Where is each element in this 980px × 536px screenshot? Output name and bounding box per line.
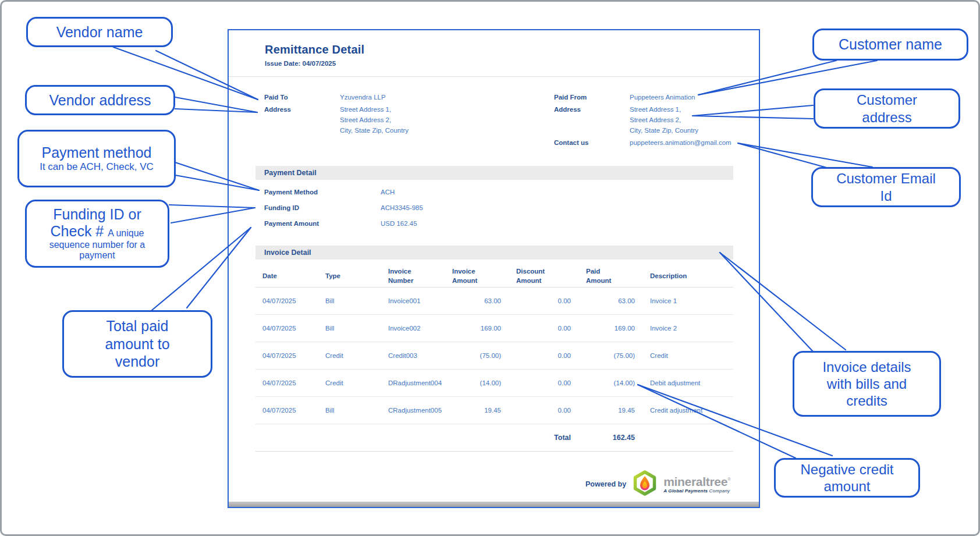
powered-by-label: Powered by (585, 480, 626, 488)
invoice-table-cell: DRadjustment004 (381, 379, 445, 386)
invoice-table-cell: 169.00 (579, 325, 643, 332)
annotated-remittance-screenshot: Remittance Detail Issue Date: 04/07/2025… (0, 0, 980, 536)
page-bottom-edge (229, 502, 759, 507)
invoice-table-cell: 04/07/2025 (255, 297, 318, 304)
invoice-table-cell: 0.00 (509, 352, 579, 359)
callout-payment-method: Payment method It can be ACH, Check, VC (17, 130, 176, 187)
header-divider (229, 76, 759, 77)
total-label: Total (509, 434, 579, 442)
invoice-total-row: Total 162.45 (255, 424, 733, 452)
vendor-address-value: Street Address 1, Street Address 2, City… (340, 104, 409, 136)
invoice-table-cell: 63.00 (445, 297, 509, 304)
payment-detail-section-header: Payment Detail (255, 166, 733, 180)
invoice-table-cell: 0.00 (509, 325, 579, 332)
callout-vendor-address: Vendor address (25, 85, 175, 115)
invoice-table-header: DateTypeInvoiceNumberInvoiceAmountDiscou… (255, 264, 733, 287)
invoice-table-cell: 04/07/2025 (255, 352, 318, 359)
invoice-table-cell: 04/07/2025 (255, 325, 318, 332)
invoice-table-cell: (14.00) (579, 379, 643, 386)
invoice-table-row: 04/07/2025BillCRadjustment00519.450.0019… (255, 397, 733, 424)
column-header: InvoiceNumber (381, 267, 445, 285)
invoice-table-cell: Credit (318, 352, 381, 359)
invoice-table-body: 04/07/2025BillInvoice00163.000.0063.00In… (255, 287, 733, 424)
invoice-table-cell: 0.00 (509, 297, 579, 304)
payment-detail-rows: Payment Method ACH Funding ID ACH3345-98… (264, 187, 423, 234)
payment-amount-row: Payment Amount USD 162.45 (264, 218, 423, 229)
callout-vendor-name: Vendor name (26, 17, 173, 47)
invoice-table-cell: 19.45 (579, 407, 643, 414)
callout-customer-address: Customer address (814, 88, 960, 129)
paid-to-block: Paid To Yzuvendra LLP Address Street Add… (264, 92, 509, 137)
mineraltree-wordmark: mineraltree® A Global Payments Company (663, 475, 731, 494)
invoice-table-cell: Bill (318, 297, 381, 304)
customer-address-label: Address (554, 104, 630, 136)
callout-total-paid-amount: Total paid amount to vendor (62, 310, 212, 378)
callout-customer-name: Customer name (812, 29, 968, 61)
vendor-address-label: Address (264, 104, 340, 136)
column-header: DiscountAmount (509, 267, 579, 285)
contact-us-label: Contact us (554, 137, 630, 148)
paid-to-label: Paid To (264, 92, 340, 102)
invoice-table-cell: Credit adjustment (643, 407, 733, 414)
column-header: Date (255, 271, 318, 281)
invoice-table-row: 04/07/2025CreditDRadjustment004(14.00)0.… (255, 370, 733, 397)
global-payments-tagline: A Global Payments Company (663, 489, 731, 494)
vendor-name-value: Yzuvendra LLP (340, 92, 386, 102)
customer-address-value: Street Address 1, Street Address 2, City… (630, 104, 698, 136)
funding-id-row: Funding ID ACH3345-985 (264, 203, 423, 213)
invoice-table-cell: Bill (318, 407, 381, 414)
callout-invoice-details: Invoice details with bills and credits (793, 351, 941, 417)
invoice-table-cell: CRadjustment005 (381, 407, 445, 414)
callout-customer-email-id: Customer Email Id (811, 167, 961, 207)
invoice-table-row: 04/07/2025BillInvoice002169.000.00169.00… (255, 315, 733, 342)
column-header: Type (318, 271, 381, 281)
invoice-table-cell: (75.00) (579, 352, 643, 359)
invoice-table-cell: 0.00 (509, 379, 579, 386)
total-value: 162.45 (579, 434, 643, 442)
callout-funding-id: Funding ID or Check # A unique sequence … (25, 200, 169, 268)
payment-method-row: Payment Method ACH (264, 187, 423, 197)
invoice-table-row: 04/07/2025BillInvoice00163.000.0063.00In… (255, 287, 733, 315)
invoice-table-cell: Invoice 2 (643, 325, 733, 332)
invoice-table-cell: 04/07/2025 (255, 407, 318, 414)
remittance-document: Remittance Detail Issue Date: 04/07/2025… (228, 29, 760, 508)
column-header: PaidAmount (579, 267, 643, 285)
invoice-table-cell: 04/07/2025 (255, 379, 318, 386)
invoice-detail-section-header: Invoice Detail (255, 246, 733, 260)
paid-from-block: Paid From Puppeteers Animation Address S… (554, 92, 764, 150)
invoice-table-row: 04/07/2025CreditCredit003(75.00)0.00(75.… (255, 342, 733, 370)
invoice-table-cell: (75.00) (445, 352, 509, 359)
column-header: InvoiceAmount (445, 267, 509, 285)
invoice-table-cell: 63.00 (579, 297, 643, 304)
invoice-table-cell: 19.45 (445, 407, 509, 414)
customer-name-value: Puppeteers Animation (630, 92, 695, 102)
footer-branding: Powered by (585, 470, 731, 498)
invoice-table-cell: Debit adjustment (643, 379, 733, 386)
invoice-table-cell: Credit003 (381, 352, 445, 359)
invoice-table-cell: Invoice 1 (643, 297, 733, 304)
column-header: Description (643, 271, 733, 281)
invoice-table-cell: 0.00 (509, 407, 579, 414)
issue-date: Issue Date: 04/07/2025 (265, 60, 336, 67)
paid-from-label: Paid From (554, 92, 630, 102)
invoice-table-cell: Invoice001 (381, 297, 445, 304)
invoice-table-cell: Bill (318, 325, 381, 332)
invoice-table-cell: (14.00) (445, 379, 509, 386)
page-title: Remittance Detail (265, 43, 364, 56)
callout-negative-credit-amount: Negative credit amount (774, 458, 920, 498)
customer-email-value: puppeteers.animation@gmail.com (630, 137, 732, 148)
invoice-table-cell: Credit (643, 352, 733, 359)
invoice-table: DateTypeInvoiceNumberInvoiceAmountDiscou… (255, 264, 733, 452)
invoice-table-cell: 169.00 (445, 325, 509, 332)
mineraltree-logo-icon (633, 470, 656, 498)
invoice-table-cell: Credit (318, 379, 381, 386)
invoice-table-cell: Invoice002 (381, 325, 445, 332)
